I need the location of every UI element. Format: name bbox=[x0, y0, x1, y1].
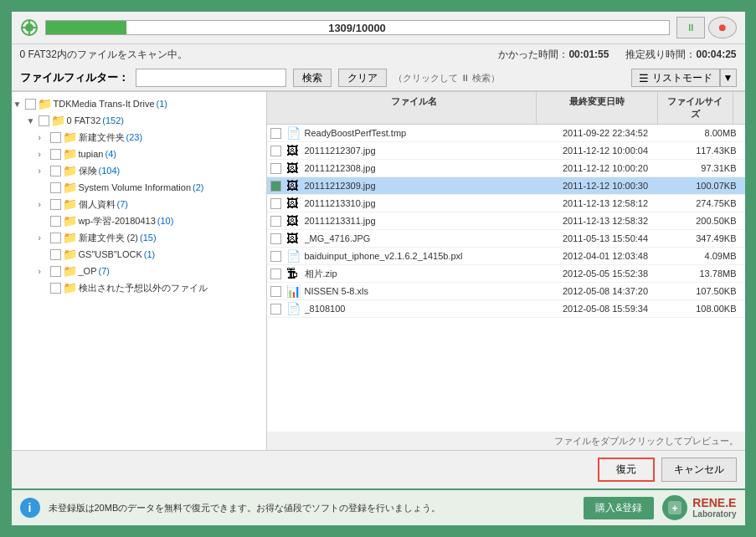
filter-input[interactable] bbox=[136, 69, 286, 87]
file-checkbox[interactable] bbox=[270, 286, 281, 297]
tree-item-new-folder2[interactable]: › 📁 新建文件夹 (2) (15) bbox=[35, 229, 266, 246]
stop-icon: ⏺ bbox=[717, 22, 728, 33]
folder-icon: 📁 bbox=[63, 147, 77, 161]
file-name: 20111212308.jpg bbox=[305, 163, 545, 173]
file-size: 117.43KB bbox=[666, 146, 742, 156]
tree-item-personal[interactable]: › 📁 個人資料 (7) bbox=[35, 196, 266, 212]
file-checkbox[interactable] bbox=[270, 198, 281, 209]
list-mode-button[interactable]: ☰ リストモード bbox=[631, 69, 720, 87]
folder-icon: 📁 bbox=[63, 281, 77, 294]
stop-button[interactable]: ⏺ bbox=[708, 17, 737, 38]
file-date: 2012-05-08 14:37:20 bbox=[545, 286, 666, 296]
file-date: 2011-12-13 12:58:32 bbox=[545, 216, 666, 226]
file-row[interactable]: 📄 _8108100 2012-05-08 15:59:34 108.00KB bbox=[267, 300, 745, 318]
checkbox[interactable] bbox=[50, 216, 61, 227]
clear-button[interactable]: クリア bbox=[338, 69, 387, 87]
file-date: 2011-12-12 10:00:04 bbox=[545, 146, 666, 156]
file-size: 8.00MB bbox=[666, 128, 742, 138]
file-date-header: 最終変更日時 bbox=[537, 92, 658, 124]
file-row[interactable]: 🖼 20111212308.jpg 2011-12-12 10:00:20 97… bbox=[267, 160, 745, 177]
file-name: _8108100 bbox=[305, 304, 545, 314]
checkbox[interactable] bbox=[25, 99, 36, 110]
app-icon bbox=[20, 18, 39, 37]
cancel-button[interactable]: キャンセル bbox=[661, 458, 737, 482]
tree-item-fat32[interactable]: ▼ 📁 0 FAT32 (152) bbox=[23, 112, 266, 129]
file-size: 97.31KB bbox=[666, 163, 742, 173]
checkbox[interactable] bbox=[50, 233, 61, 243]
file-row[interactable]: 🖼 20111212307.jpg 2011-12-12 10:00:04 11… bbox=[267, 142, 745, 160]
folder-icon: 📁 bbox=[38, 97, 52, 110]
file-checkbox[interactable] bbox=[270, 216, 281, 227]
checkbox[interactable] bbox=[50, 199, 61, 210]
file-checkbox[interactable] bbox=[270, 181, 281, 192]
tree-item-hoken[interactable]: › 📁 保険 (104) bbox=[35, 162, 266, 179]
file-checkbox[interactable] bbox=[270, 304, 281, 315]
filter-hint: （クリックして ⏸ 検索） bbox=[393, 72, 500, 84]
file-checkbox[interactable] bbox=[270, 251, 281, 262]
file-size: 4.09MB bbox=[666, 251, 742, 261]
checkbox[interactable] bbox=[50, 132, 61, 143]
pause-button[interactable]: ⏸ bbox=[676, 17, 705, 38]
tree-item-tdkmedia[interactable]: ▼ 📁 TDKMedia Trans-It Drive (1) bbox=[12, 95, 266, 112]
file-type-icon: 🖼 bbox=[286, 179, 301, 192]
list-icon: ☰ bbox=[639, 72, 649, 84]
file-row[interactable]: 🖼 20111213311.jpg 2011-12-13 12:58:32 20… bbox=[267, 212, 745, 230]
file-size: 274.75KB bbox=[666, 198, 742, 208]
file-row[interactable]: 📄 ReadyBoostPerfTest.tmp 2011-09-22 22:3… bbox=[267, 125, 745, 142]
expand-arrow: ▼ bbox=[27, 116, 37, 125]
file-type-icon: 🗜 bbox=[286, 267, 301, 280]
checkbox[interactable] bbox=[50, 266, 61, 277]
file-checkbox[interactable] bbox=[270, 146, 281, 156]
file-row[interactable]: 🖼 20111213310.jpg 2011-12-13 12:58:12 27… bbox=[267, 195, 745, 212]
file-row[interactable]: 📄 baiduinput_iphone_v2.1.6.2_1415b.pxl 2… bbox=[267, 248, 745, 265]
list-mode-dropdown[interactable]: ▼ bbox=[720, 69, 737, 87]
expand-arrow: › bbox=[39, 133, 49, 142]
file-name: baiduinput_iphone_v2.1.6.2_1415b.pxl bbox=[305, 251, 545, 261]
file-date: 2012-05-08 15:59:34 bbox=[545, 304, 666, 314]
file-name: ReadyBoostPerfTest.tmp bbox=[305, 128, 545, 138]
preview-hint: ファイルをダブルクリックしてプレビュー。 bbox=[267, 432, 745, 450]
tree-item-new-folder[interactable]: › 📁 新建文件夹 (23) bbox=[35, 129, 266, 146]
file-size: 107.50KB bbox=[666, 286, 742, 296]
checkbox[interactable] bbox=[50, 166, 61, 176]
folder-icon: 📁 bbox=[63, 231, 77, 244]
file-date: 2011-09-22 22:34:52 bbox=[545, 128, 666, 138]
file-date: 2011-12-12 10:00:30 bbox=[545, 181, 666, 191]
file-type-icon: 🖼 bbox=[286, 232, 301, 245]
tree-item-system-volume[interactable]: › 📁 System Volume Information (2) bbox=[35, 179, 266, 196]
tree-item-tupian[interactable]: › 📁 tupian (4) bbox=[35, 146, 266, 162]
checkbox[interactable] bbox=[50, 182, 61, 193]
file-checkbox[interactable] bbox=[270, 233, 281, 244]
file-type-icon: 📄 bbox=[286, 249, 301, 263]
file-checkbox[interactable] bbox=[270, 163, 281, 174]
file-row[interactable]: 🖼 _MG_4716.JPG 2011-05-13 15:50:44 347.4… bbox=[267, 230, 745, 248]
buy-button[interactable]: 購入&登録 bbox=[584, 497, 654, 519]
checkbox[interactable] bbox=[50, 249, 61, 260]
progress-counter: 1309/10000 bbox=[328, 22, 386, 34]
file-checkbox[interactable] bbox=[270, 128, 281, 139]
file-size: 100.07KB bbox=[666, 181, 742, 191]
file-name: 20111213311.jpg bbox=[305, 216, 545, 226]
tree-item-gs-lock[interactable]: › 📁 GS"USB"LOCK (1) bbox=[35, 246, 266, 263]
file-row[interactable]: 📊 NISSEN 5-8.xls 2012-05-08 14:37:20 107… bbox=[267, 283, 745, 300]
restore-button[interactable]: 復元 bbox=[598, 458, 655, 482]
checkbox[interactable] bbox=[39, 115, 49, 126]
folder-icon: 📁 bbox=[63, 248, 77, 261]
file-type-icon: 🖼 bbox=[286, 161, 301, 175]
progress-bar bbox=[46, 21, 127, 34]
file-checkbox[interactable] bbox=[270, 268, 281, 279]
file-panel: ファイル名 最終変更日時 ファイルサイズ 📄 ReadyBoostPerfTes… bbox=[267, 92, 745, 450]
file-name: NISSEN 5-8.xls bbox=[305, 286, 545, 296]
footer-text: 未登録版は20MBのデータを無料で復元できます。お得な値段でソフトの登録を行いま… bbox=[49, 502, 576, 514]
tree-item-op[interactable]: › 📁 _OP (7) bbox=[35, 263, 266, 279]
tree-item-wp[interactable]: › 📁 wp-学習-20180413 (10) bbox=[35, 212, 266, 229]
tree-item-unexpected[interactable]: › 📁 検出された予想以外のファイル bbox=[35, 279, 266, 296]
checkbox[interactable] bbox=[50, 149, 61, 160]
file-row[interactable]: 🖼 20111212309.jpg 2011-12-12 10:00:30 10… bbox=[267, 177, 745, 195]
file-date: 2012-04-01 12:03:48 bbox=[545, 251, 666, 261]
file-row[interactable]: 🗜 相片.zip 2012-05-05 15:52:38 13.78MB bbox=[267, 265, 745, 283]
file-date: 2011-12-12 10:00:20 bbox=[545, 163, 666, 173]
file-date: 2011-12-13 12:58:12 bbox=[545, 198, 666, 208]
checkbox[interactable] bbox=[50, 283, 61, 294]
search-button[interactable]: 検索 bbox=[293, 69, 332, 87]
